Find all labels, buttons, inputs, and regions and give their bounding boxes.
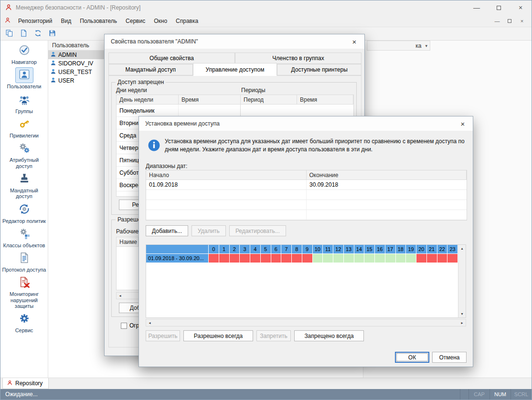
hour-cell-denied[interactable]: [447, 254, 458, 263]
copy-document-button[interactable]: [3, 28, 16, 40]
hour-header-cell[interactable]: 2: [230, 245, 240, 254]
add-range-button[interactable]: Добавить...: [146, 225, 188, 236]
sidebar-item-attribute-access[interactable]: Атрибутный доступ: [0, 141, 48, 169]
sidebar-item-key[interactable]: Привилегии: [0, 116, 48, 138]
hour-header-cell[interactable]: 19: [406, 245, 416, 254]
hour-header-cell[interactable]: 11: [323, 245, 333, 254]
tab-repository[interactable]: Repository: [2, 378, 49, 389]
menu-item[interactable]: Репозиторий: [14, 16, 57, 26]
sidebar-item-monitoring[interactable]: Мониторинг нарушений защиты: [0, 275, 48, 309]
vertical-scrollbar[interactable]: ▴ ▾: [458, 245, 466, 317]
sidebar-item-groups[interactable]: Группы: [0, 92, 48, 114]
grid-row-label[interactable]: 01.09.2018 - 30.09.20...: [146, 254, 209, 263]
hour-cell-allowed[interactable]: [364, 254, 375, 263]
hour-cell-denied[interactable]: [437, 254, 448, 263]
hour-header-cell[interactable]: 20: [416, 245, 427, 254]
tab[interactable]: Мандатный доступ: [108, 64, 193, 75]
hour-cell-denied[interactable]: [281, 254, 292, 263]
hour-header-cell[interactable]: 18: [396, 245, 406, 254]
hour-header-cell[interactable]: 16: [375, 245, 385, 254]
hour-header-cell[interactable]: 0: [209, 245, 219, 254]
hour-header-cell[interactable]: 13: [344, 245, 354, 254]
refresh-button[interactable]: [32, 28, 44, 40]
column-header-time[interactable]: Время: [297, 95, 353, 104]
hour-header-cell[interactable]: 17: [385, 245, 396, 254]
sidebar-item-stamp[interactable]: Мандатный доступ: [0, 171, 48, 200]
hour-header-cell[interactable]: 14: [354, 245, 365, 254]
maximize-icon[interactable]: [488, 0, 510, 15]
scroll-down-icon[interactable]: ▾: [458, 310, 466, 317]
ok-button[interactable]: ОК: [395, 352, 429, 363]
hour-cell-allowed[interactable]: [313, 254, 323, 263]
menu-item[interactable]: Пользователь: [75, 16, 121, 26]
hour-cell-allowed[interactable]: [333, 254, 344, 263]
hour-cell-allowed[interactable]: [396, 254, 406, 263]
horizontal-scrollbar[interactable]: ◂: [116, 292, 139, 299]
hour-cell-denied[interactable]: [261, 254, 271, 263]
weekday-row[interactable]: Понедельник: [117, 105, 241, 117]
hour-header-cell[interactable]: 5: [261, 245, 271, 254]
hour-header-cell[interactable]: 9: [302, 245, 313, 254]
dialog-titlebar[interactable]: Свойства пользователя "ADMIN" ×: [105, 34, 364, 49]
tab[interactable]: Доступные принтеры: [277, 64, 362, 75]
hour-cell-denied[interactable]: [292, 254, 302, 263]
right-pane-header[interactable]: ка ▾: [367, 41, 430, 51]
sidebar-item-object-classes[interactable]: Классы объектов: [0, 226, 48, 248]
sidebar-item-policy-editor[interactable]: Редактор политик: [0, 202, 48, 224]
document-button[interactable]: [17, 28, 30, 40]
hour-cell-denied[interactable]: [271, 254, 282, 263]
minimize-icon[interactable]: —: [466, 0, 488, 15]
menu-item[interactable]: Справка: [171, 16, 202, 26]
hour-header-cell[interactable]: 1: [219, 245, 230, 254]
hour-header-cell[interactable]: 3: [240, 245, 250, 254]
titlebar[interactable]: Менеджер безопасности - ADMIN - [Reposit…: [0, 0, 532, 15]
sidebar-item-navigator[interactable]: Навигатор: [0, 43, 48, 65]
deny-always-button[interactable]: Запрещено всегда: [294, 330, 364, 341]
hour-cell-denied[interactable]: [427, 254, 437, 263]
hour-cell-allowed[interactable]: [406, 254, 416, 263]
dialog-titlebar[interactable]: Установка времени доступа ×: [139, 116, 473, 131]
menu-item[interactable]: Окно: [149, 16, 171, 26]
hour-cell-denied[interactable]: [209, 254, 219, 263]
column-header-weekday[interactable]: День недели: [117, 95, 179, 104]
tab[interactable]: Управление доступом: [193, 63, 277, 76]
hour-header-cell[interactable]: 7: [281, 245, 292, 254]
hour-header-cell[interactable]: 21: [427, 245, 437, 254]
hour-cell-allowed[interactable]: [385, 254, 396, 263]
hour-cell-denied[interactable]: [302, 254, 313, 263]
hour-header-cell[interactable]: 6: [271, 245, 282, 254]
hour-header-cell[interactable]: 23: [447, 245, 458, 254]
hour-header-cell[interactable]: 12: [333, 245, 344, 254]
hour-header-cell[interactable]: 8: [292, 245, 302, 254]
sidebar-item-access-log[interactable]: Протокол доступа: [0, 251, 48, 273]
cancel-button[interactable]: Отмена: [432, 352, 467, 363]
close-icon[interactable]: ×: [344, 34, 364, 49]
mdi-minimize-icon[interactable]: —: [491, 17, 503, 25]
hour-header-cell[interactable]: 22: [437, 245, 448, 254]
column-header-period[interactable]: Период: [241, 95, 297, 104]
scroll-left-icon[interactable]: ◂: [117, 293, 124, 299]
save-button[interactable]: [46, 28, 59, 40]
scroll-right-icon[interactable]: ▸: [458, 319, 466, 326]
close-icon[interactable]: ×: [453, 116, 473, 131]
horizontal-scrollbar[interactable]: ◂ ▸: [146, 319, 466, 326]
scroll-left-icon[interactable]: ◂: [146, 319, 153, 326]
chevron-down-icon[interactable]: ▾: [425, 43, 427, 48]
hour-cell-denied[interactable]: [230, 254, 240, 263]
date-range-row[interactable]: 01.09.201830.09.2018: [146, 180, 467, 190]
hour-cell-denied[interactable]: [240, 254, 250, 263]
hour-cell-allowed[interactable]: [375, 254, 385, 263]
hour-cell-denied[interactable]: [250, 254, 261, 263]
mdi-restore-icon[interactable]: [504, 17, 515, 25]
hour-header-cell[interactable]: 4: [250, 245, 261, 254]
column-header-end[interactable]: Окончание: [307, 170, 467, 179]
column-header-name[interactable]: Наиме: [117, 237, 138, 246]
menu-item[interactable]: Сервис: [121, 16, 149, 26]
hour-cell-denied[interactable]: [416, 254, 427, 263]
sidebar-item-service-gear[interactable]: Сервис: [0, 311, 48, 333]
hour-cell-denied[interactable]: [219, 254, 230, 263]
grid-corner-cell[interactable]: [146, 245, 209, 254]
sidebar-item-users[interactable]: Пользователи: [0, 67, 48, 89]
hour-cell-allowed[interactable]: [323, 254, 333, 263]
hour-cell-allowed[interactable]: [344, 254, 354, 263]
